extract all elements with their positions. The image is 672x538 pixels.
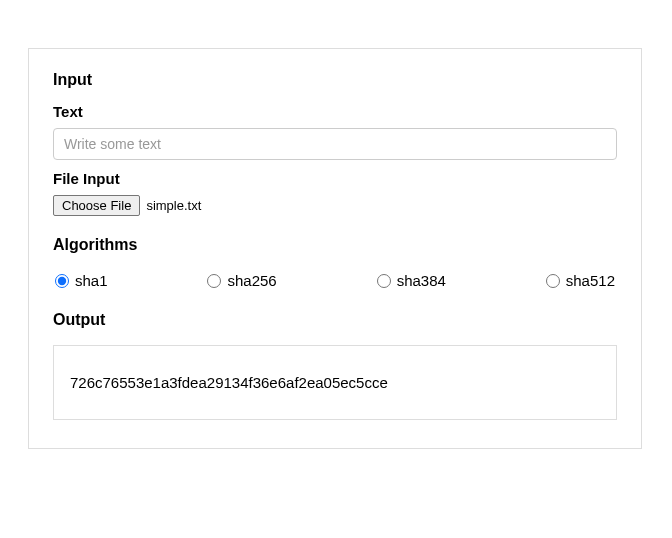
file-input-row: Choose File simple.txt xyxy=(53,195,617,216)
input-section-title: Input xyxy=(53,71,617,89)
output-title: Output xyxy=(53,311,617,329)
main-panel: Input Text File Input Choose File simple… xyxy=(28,48,642,449)
output-value: 726c76553e1a3fdea29134f36e6af2ea05ec5cce xyxy=(70,374,388,391)
file-name-display: simple.txt xyxy=(146,198,201,213)
output-box: 726c76553e1a3fdea29134f36e6af2ea05ec5cce xyxy=(53,345,617,420)
algo-label-sha256: sha256 xyxy=(227,272,276,289)
algo-option-sha512[interactable]: sha512 xyxy=(546,272,615,289)
algo-radio-sha512[interactable] xyxy=(546,274,560,288)
algo-option-sha1[interactable]: sha1 xyxy=(55,272,108,289)
algo-option-sha384[interactable]: sha384 xyxy=(377,272,446,289)
text-label: Text xyxy=(53,103,617,120)
algo-radio-sha1[interactable] xyxy=(55,274,69,288)
algo-radio-sha256[interactable] xyxy=(207,274,221,288)
choose-file-button[interactable]: Choose File xyxy=(53,195,140,216)
algo-label-sha1: sha1 xyxy=(75,272,108,289)
algo-option-sha256[interactable]: sha256 xyxy=(207,272,276,289)
algo-label-sha512: sha512 xyxy=(566,272,615,289)
file-input-label: File Input xyxy=(53,170,617,187)
algorithms-row: sha1 sha256 sha384 sha512 xyxy=(53,272,617,289)
algorithms-title: Algorithms xyxy=(53,236,617,254)
algo-label-sha384: sha384 xyxy=(397,272,446,289)
algo-radio-sha384[interactable] xyxy=(377,274,391,288)
text-input[interactable] xyxy=(53,128,617,160)
